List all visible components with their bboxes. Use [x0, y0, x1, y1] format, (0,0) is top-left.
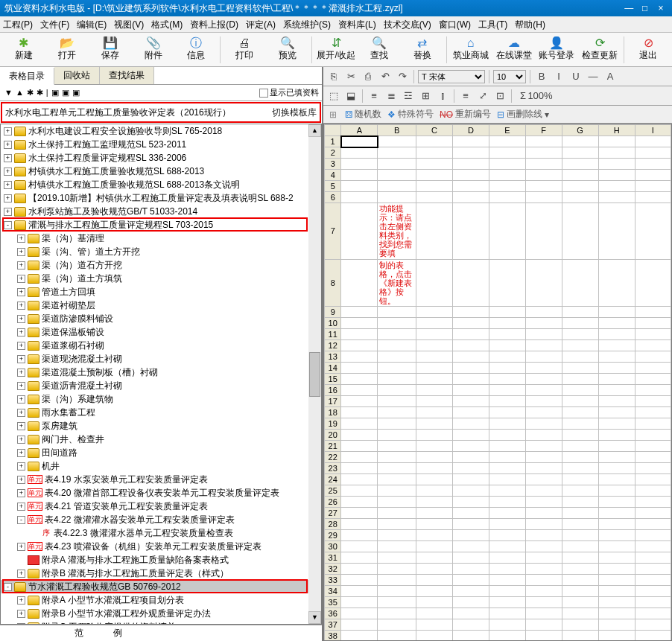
cell-11-3[interactable] — [416, 329, 452, 340]
mini-tool-3[interactable]: ✱ — [35, 88, 45, 97]
layout-icon-0[interactable]: ⬚ — [326, 89, 341, 103]
cell-9-9[interactable] — [635, 307, 671, 318]
cell-24-5[interactable] — [489, 474, 525, 485]
cell-5-8[interactable] — [598, 181, 635, 192]
cell-30-3[interactable] — [416, 541, 452, 552]
tree-toggle-icon[interactable]: + — [4, 141, 12, 149]
cell-24-6[interactable] — [525, 474, 562, 485]
cell-34-2[interactable] — [378, 586, 416, 597]
cell-20-7[interactable] — [562, 430, 598, 441]
cell-11-5[interactable] — [489, 329, 525, 340]
cell-1-7[interactable] — [562, 136, 598, 147]
cell-30-9[interactable] — [635, 541, 671, 552]
toolbar-在线课堂[interactable]: ☁在线课堂 — [493, 34, 535, 66]
cell-9-7[interactable] — [562, 307, 598, 318]
cell-19-2[interactable] — [378, 418, 416, 430]
cell-20-8[interactable] — [598, 430, 635, 441]
tree-toggle-icon[interactable]: + — [17, 302, 25, 310]
row-header-13[interactable]: 13 — [325, 351, 341, 363]
cell-17-4[interactable] — [452, 396, 489, 407]
cell-34-1[interactable] — [341, 586, 378, 597]
row-header-25[interactable]: 25 — [325, 485, 341, 497]
cell-37-3[interactable] — [416, 619, 452, 631]
cell-14-2[interactable] — [378, 363, 416, 374]
cell-34-3[interactable] — [416, 586, 452, 597]
tree-toggle-icon[interactable]: + — [4, 208, 12, 216]
col-header-E[interactable]: E — [489, 125, 525, 136]
mini-tool-1[interactable]: ▲ — [14, 88, 25, 97]
spreadsheet[interactable]: ABCDEFGHI1234567功能提示：请点击左侧资料类别，找到您需要填8制的… — [323, 124, 672, 641]
cell-32-4[interactable] — [452, 564, 489, 575]
cell-15-3[interactable] — [416, 374, 452, 385]
tree-row-26[interactable]: +单元表4.19 水泵安装单元工程安装质量评定表 — [1, 473, 321, 486]
cell-10-4[interactable] — [452, 318, 489, 329]
cell-14-6[interactable] — [525, 363, 562, 374]
cell-22-1[interactable] — [341, 452, 378, 463]
mini-tool-6[interactable]: ▣ — [60, 88, 71, 97]
cell-23-9[interactable] — [635, 463, 671, 474]
cell-9-1[interactable] — [341, 307, 378, 318]
mini-tool-5[interactable]: ▣ — [50, 88, 60, 97]
cell-16-2[interactable] — [378, 385, 416, 396]
cell-35-8[interactable] — [598, 597, 635, 608]
cell-4-2[interactable] — [378, 170, 416, 181]
cell-34-9[interactable] — [635, 586, 671, 597]
cell-12-8[interactable] — [598, 340, 635, 351]
font-select[interactable]: T 宋体 — [418, 70, 485, 83]
cell-38-3[interactable] — [416, 631, 452, 641]
cell-22-6[interactable] — [525, 452, 562, 463]
cell-29-9[interactable] — [635, 530, 671, 541]
cell-3-6[interactable] — [525, 159, 562, 170]
cell-23-3[interactable] — [416, 463, 452, 474]
cell-35-9[interactable] — [635, 597, 671, 608]
cell-1-3[interactable] — [416, 136, 452, 147]
cell-37-1[interactable] — [341, 619, 378, 631]
cell-16-6[interactable] — [525, 385, 562, 396]
switch-template-button[interactable]: 切换模板库 — [272, 106, 317, 119]
tree-row-25[interactable]: +机井 — [1, 459, 321, 473]
cell-35-6[interactable] — [525, 597, 562, 608]
tree-toggle-icon[interactable]: + — [4, 194, 12, 202]
mini-tool-0[interactable]: ▼ — [3, 88, 14, 97]
cell-32-9[interactable] — [635, 564, 671, 575]
mini-tool-2[interactable]: ✱ — [25, 88, 35, 97]
row-header-37[interactable]: 37 — [325, 619, 341, 631]
tree-toggle-icon[interactable]: + — [17, 315, 25, 323]
tree-toggle-icon[interactable]: + — [17, 248, 25, 256]
toolbar-新建[interactable]: ✱新建 — [3, 34, 45, 66]
col-header-H[interactable]: H — [598, 125, 635, 136]
row-header-33[interactable]: 33 — [325, 575, 341, 586]
cell-27-4[interactable] — [452, 508, 489, 519]
tree-row-23[interactable]: +阀门井、检查井 — [1, 433, 321, 446]
cell-30-2[interactable] — [378, 541, 416, 552]
tree-toggle-icon[interactable]: + — [17, 409, 25, 417]
cell-23-1[interactable] — [341, 463, 378, 474]
cell-16-4[interactable] — [452, 385, 489, 396]
cell-31-5[interactable] — [489, 552, 525, 564]
scroll-up-icon[interactable]: ▲ — [308, 124, 321, 137]
cell-27-2[interactable] — [378, 508, 416, 519]
cell-35-2[interactable] — [378, 597, 416, 608]
cell-22-5[interactable] — [489, 452, 525, 463]
font-style-icon-4[interactable]: A — [603, 69, 618, 84]
tree-toggle-icon[interactable]: + — [4, 127, 12, 135]
cell-17-7[interactable] — [562, 396, 598, 407]
cell-26-7[interactable] — [562, 497, 598, 508]
tree-toggle-icon[interactable]: + — [17, 462, 25, 471]
cell-20-2[interactable] — [378, 430, 416, 441]
cell-23-6[interactable] — [525, 463, 562, 474]
cell-6-3[interactable] — [416, 192, 452, 203]
cell-13-1[interactable] — [341, 351, 378, 363]
cell-18-5[interactable] — [489, 407, 525, 418]
tree-row-14[interactable]: +渠道防渗膜料铺设 — [1, 312, 321, 325]
row-header-32[interactable]: 32 — [325, 564, 341, 575]
cell-3-5[interactable] — [489, 159, 525, 170]
cell-34-5[interactable] — [489, 586, 525, 597]
cell-18-3[interactable] — [416, 407, 452, 418]
cell-29-4[interactable] — [452, 530, 489, 541]
toolbar-检查更新[interactable]: ⟳检查更新 — [579, 34, 621, 66]
col-header-A[interactable]: A — [341, 125, 378, 136]
cell-28-7[interactable] — [562, 519, 598, 530]
cell-16-1[interactable] — [341, 385, 378, 396]
tree-toggle-icon[interactable]: + — [17, 503, 25, 511]
